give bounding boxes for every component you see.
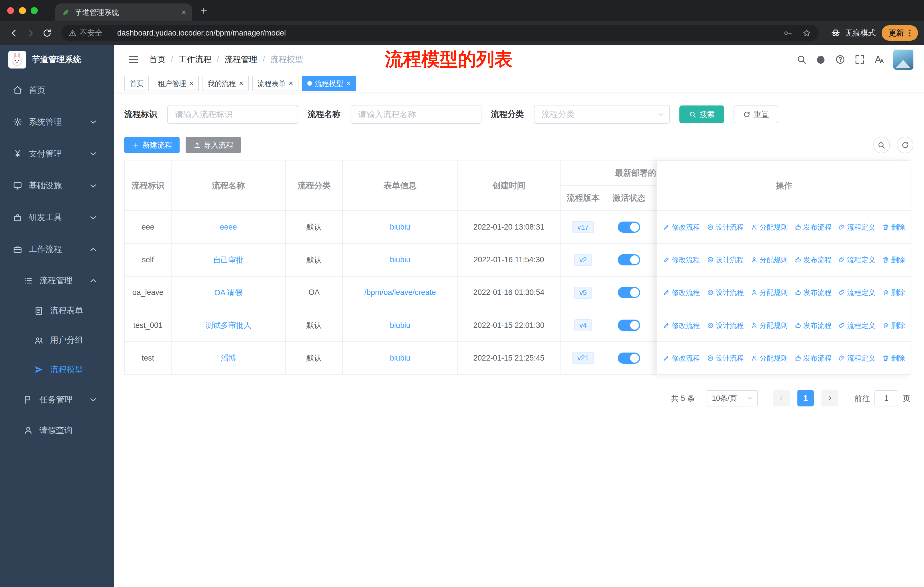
action-delete-link[interactable]: 删除 [882,321,905,330]
form-info-link[interactable]: /bpm/oa/leave/create [364,288,436,297]
fullscreen-icon[interactable] [855,54,865,65]
process-name-link[interactable]: eeee [220,223,237,231]
forward-button[interactable] [22,25,39,41]
page-number-1[interactable]: 1 [797,390,814,407]
tag-close-icon[interactable]: × [239,80,243,88]
action-edit-link[interactable]: 修改流程 [663,222,700,232]
breadcrumb-item[interactable]: 首页 [149,54,166,65]
address-bar[interactable]: 不安全 dashboard.yudao.iocoder.cn/bpm/manag… [61,25,818,41]
tag-my-process[interactable]: 我的流程× [203,76,249,91]
tag-process-model[interactable]: 流程模型× [302,76,356,91]
search-icon[interactable] [796,54,807,65]
search-button[interactable]: 搜索 [680,106,724,123]
active-toggle[interactable] [618,222,640,233]
action-design-link[interactable]: 设计流程 [707,321,744,330]
form-info-link[interactable]: biubiu [390,223,410,231]
action-publish-link[interactable]: 发布流程 [795,321,832,330]
action-delete-link[interactable]: 删除 [882,288,905,297]
sidebar-item-system[interactable]: 系统管理 [0,106,114,138]
action-definition-link[interactable]: 流程定义 [838,321,876,330]
action-design-link[interactable]: 设计流程 [707,288,744,297]
bookmark-star-icon[interactable] [802,28,812,38]
sidebar-item-workflow[interactable]: 工作流程 [0,233,114,265]
active-toggle[interactable] [618,319,640,331]
sidebar-item-payment[interactable]: 支付管理 [0,138,114,170]
active-toggle[interactable] [618,254,640,265]
app-logo[interactable]: 芋道管理系统 [0,45,114,74]
action-design-link[interactable]: 设计流程 [707,255,744,265]
next-page-button[interactable] [822,390,838,407]
action-edit-link[interactable]: 修改流程 [663,255,700,265]
sidebar-item-process-mgmt[interactable]: 流程管理 [0,265,114,296]
create-process-button[interactable]: 新建流程 [124,137,180,153]
close-window-button[interactable] [7,7,14,14]
form-info-link[interactable]: biubiu [390,354,410,362]
import-process-button[interactable]: 导入流程 [186,137,241,153]
action-design-link[interactable]: 设计流程 [707,222,744,232]
tag-process-form[interactable]: 流程表单× [252,76,299,91]
font-size-icon[interactable] [874,54,884,65]
action-publish-link[interactable]: 发布流程 [795,222,832,232]
action-delete-link[interactable]: 删除 [882,354,905,363]
action-edit-link[interactable]: 修改流程 [663,321,700,330]
action-delete-link[interactable]: 删除 [882,255,905,265]
github-icon[interactable] [815,54,826,65]
action-assign-rule-link[interactable]: 分配规则 [751,321,788,330]
sidebar-item-home[interactable]: 首页 [0,74,114,106]
sidebar-item-user-group[interactable]: 用户分组 [0,326,114,355]
action-edit-link[interactable]: 修改流程 [663,354,700,363]
action-definition-link[interactable]: 流程定义 [838,222,876,232]
action-assign-rule-link[interactable]: 分配规则 [751,255,788,265]
new-tab-button[interactable] [197,3,211,18]
action-assign-rule-link[interactable]: 分配规则 [751,354,788,363]
action-delete-link[interactable]: 删除 [882,222,905,232]
action-definition-link[interactable]: 流程定义 [838,288,876,297]
browser-update-button[interactable]: 更新 [882,25,918,40]
form-info-link[interactable]: biubiu [390,255,410,264]
action-design-link[interactable]: 设计流程 [707,354,744,363]
password-key-icon[interactable] [783,28,792,38]
goto-page-input[interactable] [874,390,898,407]
help-icon[interactable] [835,54,845,65]
action-assign-rule-link[interactable]: 分配规则 [751,288,788,297]
tab-close-icon[interactable]: × [181,8,186,17]
minimize-window-button[interactable] [19,7,26,14]
process-id-input[interactable] [167,105,298,124]
form-info-link[interactable]: biubiu [390,321,410,330]
back-button[interactable] [6,25,23,41]
action-definition-link[interactable]: 流程定义 [838,354,876,363]
process-name-link[interactable]: 测试多审批人 [205,320,251,331]
sidebar-item-task-mgmt[interactable]: 任务管理 [0,384,114,415]
sidebar-item-process-model[interactable]: 流程模型 [0,355,114,384]
sidebar-item-process-form[interactable]: 流程表单 [0,296,114,326]
action-definition-link[interactable]: 流程定义 [838,255,876,265]
process-name-link[interactable]: 滔博 [221,353,236,363]
process-name-input[interactable] [351,105,482,124]
prev-page-button[interactable] [773,390,790,407]
tag-home[interactable]: 首页 [124,76,149,91]
breadcrumb-item[interactable]: 工作流程 [178,54,211,65]
action-publish-link[interactable]: 发布流程 [795,354,832,363]
browser-menu-dots-icon[interactable] [905,28,914,38]
process-name-link[interactable]: 自己审批 [213,255,244,265]
tag-close-icon[interactable]: × [189,80,194,88]
active-toggle[interactable] [618,352,640,364]
action-publish-link[interactable]: 发布流程 [795,288,832,297]
page-size-select[interactable]: 10条/页 [706,390,758,407]
breadcrumb-item[interactable]: 流程管理 [224,54,257,65]
sidebar-item-infrastructure[interactable]: 基础设施 [0,170,114,202]
show-search-toggle-button[interactable] [873,137,890,153]
zoom-window-button[interactable] [31,7,38,14]
browser-tab[interactable]: 芋道管理系统 × [55,3,192,21]
tag-tenant[interactable]: 租户管理× [153,76,199,91]
refresh-table-button[interactable] [897,137,913,153]
action-publish-link[interactable]: 发布流程 [795,255,832,265]
reload-button[interactable] [39,25,56,41]
security-warning[interactable]: 不安全 [68,28,102,38]
tag-close-icon[interactable]: × [289,80,293,88]
sidebar-item-devtools[interactable]: 研发工具 [0,202,114,233]
active-toggle[interactable] [618,287,640,298]
process-category-select[interactable]: 流程分类 [534,105,670,124]
action-assign-rule-link[interactable]: 分配规则 [751,222,788,232]
action-edit-link[interactable]: 修改流程 [663,288,700,297]
